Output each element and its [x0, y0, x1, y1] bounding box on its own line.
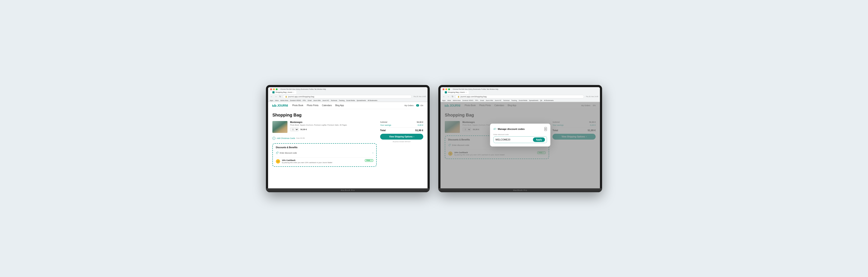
- bookmark-journiwiki-r[interactable]: Journi Wiki: [486, 100, 493, 101]
- subtotal-value: 56,99 €: [417, 121, 423, 123]
- vat-note-left: All prices include VAT/GST: [380, 141, 423, 142]
- address-text-right: journni.app.com/shopping-bag: [461, 95, 487, 98]
- nav-calendars[interactable]: Calendars: [322, 104, 332, 107]
- traffic-lights-right: Chrome File Edit View History Bookmarks …: [440, 87, 600, 90]
- free-badge: FREE ✓: [365, 159, 373, 162]
- macbook-label-left: MacBook Pro: [341, 189, 355, 191]
- bookmark-adminarea[interactable]: Admin Area: [280, 100, 288, 101]
- quantity-select[interactable]: 1 2 3: [290, 128, 299, 131]
- bookmark-apps-r[interactable]: Apps: [442, 100, 446, 101]
- checkout-button-left[interactable]: View Shipping Options ›: [380, 134, 423, 140]
- my-orders-link[interactable]: My Orders: [404, 104, 413, 107]
- bookmark-social[interactable]: Social Media: [346, 100, 355, 101]
- discounts-title-left: Discounts & Benefits: [276, 146, 373, 149]
- bookmark-pips[interactable]: PIPs: [303, 100, 306, 101]
- reload-button[interactable]: ↻: [278, 95, 282, 99]
- cashback-text: 10% Cashback by placing this order you e…: [282, 159, 363, 164]
- active-tab-left[interactable]: Shopping Bag | Journi ×: [270, 91, 296, 94]
- bookmark-spreadsheets-r[interactable]: Spreadsheets: [529, 100, 538, 101]
- screen-right: Chrome File Edit View History Bookmarks …: [440, 87, 600, 188]
- laptop-right: Chrome File Edit View History Bookmarks …: [438, 85, 602, 192]
- add-cards-text: Add Christmas Cards: [277, 137, 295, 139]
- modal-input-row[interactable]: Apply: [494, 136, 547, 143]
- cashback-row-left: 💰 10% Cashback by placing this order you…: [276, 157, 373, 164]
- bookmark-technical[interactable]: Technical: [331, 100, 337, 101]
- total-value: 51,99 €: [415, 129, 423, 132]
- cashback-desc: by placing this order you earn 10% cashb…: [282, 161, 363, 164]
- order-summary-left: Subtotal 56,99 € Your savings -5,00 € To…: [380, 121, 423, 142]
- discount-code-input[interactable]: [495, 137, 532, 142]
- bookmark-journiwiki[interactable]: Journi Wiki: [313, 100, 321, 101]
- bookmark-zendesk[interactable]: Zendesk VIEWS: [290, 100, 301, 101]
- item-details-montenegro: Montenegro Photo Book, Square 21x21cm, P…: [290, 121, 377, 131]
- back-button-right[interactable]: ←: [442, 95, 446, 99]
- reload-button-right[interactable]: ↻: [451, 95, 454, 99]
- cashback-title: 10% Cashback: [282, 159, 363, 161]
- nav-photobook[interactable]: Photo Book: [292, 104, 303, 107]
- close-dot[interactable]: [270, 88, 272, 90]
- browser-chrome-right: Chrome File Edit View History Bookmarks …: [440, 87, 600, 102]
- free-label: FREE: [366, 160, 370, 161]
- enter-code-label: Enter discount code: [280, 152, 297, 154]
- bookmark-journihc[interactable]: Journi HC: [322, 100, 329, 101]
- checkout-btn-label: View Shipping Options: [389, 136, 413, 138]
- apply-button[interactable]: Apply: [533, 137, 545, 142]
- forward-button[interactable]: →: [274, 95, 278, 99]
- discount-code-row[interactable]: Enter discount code ›: [276, 150, 373, 156]
- address-bar-left[interactable]: 🔒 journni.app.com/shopping-bag: [283, 95, 411, 99]
- bookmark-pips-r[interactable]: PIPs: [475, 100, 478, 101]
- discounts-section-left: Discounts & Benefits Enter discount code…: [272, 143, 377, 167]
- bookmark-tracking[interactable]: Tracking: [339, 100, 345, 101]
- bookmark-inbox-r[interactable]: Inbox: [447, 100, 451, 101]
- bookmark-qa-r[interactable]: QA: [540, 100, 542, 101]
- back-button[interactable]: ←: [270, 95, 273, 99]
- address-bar-right[interactable]: 🔒 journni.app.com/shopping-bag: [455, 95, 584, 99]
- bookmark-gmail[interactable]: Gmail: [308, 100, 311, 101]
- close-dot-right[interactable]: [443, 88, 444, 90]
- cart-item-montenegro: Montenegro Photo Book, Square 21x21cm, P…: [272, 121, 377, 133]
- bookmark-journihc-r[interactable]: Journi HC: [495, 100, 501, 101]
- bookmark-inbox[interactable]: Inbox: [275, 100, 279, 101]
- menu-chrome: Chrome File Edit View History Bookmarks …: [280, 88, 326, 90]
- tag-icon: [276, 152, 278, 154]
- tab-close-icon[interactable]: ×: [293, 91, 294, 93]
- bookmark-zendesk-r[interactable]: Zendesk VIEWS: [462, 100, 473, 101]
- modal-overlay[interactable]: 🏷 Manage discount codes × Enter discount…: [440, 102, 600, 188]
- checkmark-icon: ✓: [371, 160, 372, 161]
- header-right-left: My Orders 1 EN: [404, 104, 423, 107]
- add-cards-link[interactable]: + Add Christmas Cards from €3.59: [272, 136, 377, 141]
- maximize-dot[interactable]: [276, 88, 278, 90]
- menu-chrome-right: Chrome File Edit View History Bookmarks …: [453, 88, 498, 90]
- minimize-dot-right[interactable]: [445, 88, 447, 90]
- bookmark-apps[interactable]: Apps: [270, 100, 273, 101]
- main-scene: Chrome File Edit View History Bookmarks …: [4, 85, 864, 192]
- nav-photoprints[interactable]: Photo Prints: [307, 104, 318, 107]
- macbook-base-right: MacBook Pro: [438, 188, 602, 192]
- bookmark-allbookmarks[interactable]: All Bookmarks: [368, 100, 377, 101]
- cart-items-left: Montenegro Photo Book, Square 21x21cm, P…: [272, 121, 377, 167]
- bookmark-technical-r[interactable]: Technical: [503, 100, 509, 101]
- forward-button-right[interactable]: →: [446, 95, 450, 99]
- browser-nav-right: ← → ↻ 🔒 journni.app.com/shopping-bag Thu…: [440, 94, 600, 99]
- tab-close-icon-right[interactable]: ×: [466, 91, 467, 93]
- item-desc: Photo Book, Square 21x21cm, Premium Layf…: [290, 124, 377, 126]
- lang-selector[interactable]: EN: [421, 104, 423, 107]
- summary-subtotal: Subtotal 56,99 €: [380, 121, 423, 123]
- maximize-dot-right[interactable]: [448, 88, 450, 90]
- cashback-icon: 💰: [276, 159, 280, 164]
- bookmark-social-r[interactable]: Social Media: [519, 100, 527, 101]
- modal-close-button[interactable]: ×: [544, 127, 547, 131]
- bookmark-tracking-r[interactable]: Tracking: [511, 100, 517, 101]
- bookmark-adminarea-r[interactable]: Admin Area: [453, 100, 461, 101]
- bookmark-spreadsheets[interactable]: Spreadsheets: [356, 100, 366, 101]
- active-tab-right[interactable]: Shopping Bag | Journi ×: [443, 91, 469, 94]
- total-label: Total: [380, 129, 385, 132]
- summary-savings: Your savings -5,00 €: [380, 124, 423, 126]
- minimize-dot[interactable]: [273, 88, 275, 90]
- nav-blogapp[interactable]: Blog App: [335, 104, 344, 107]
- macbook-label-right: MacBook Pro: [513, 189, 527, 191]
- app-content-left: JOURNI Photo Book Photo Prints Calendars…: [268, 102, 428, 188]
- browser-nav-left: ← → ↻ 🔒 journni.app.com/shopping-bag Thu…: [268, 94, 428, 99]
- bookmark-gmail-r[interactable]: Gmail: [480, 100, 484, 101]
- bookmark-allbookmarks-r[interactable]: All Bookmarks: [544, 100, 554, 101]
